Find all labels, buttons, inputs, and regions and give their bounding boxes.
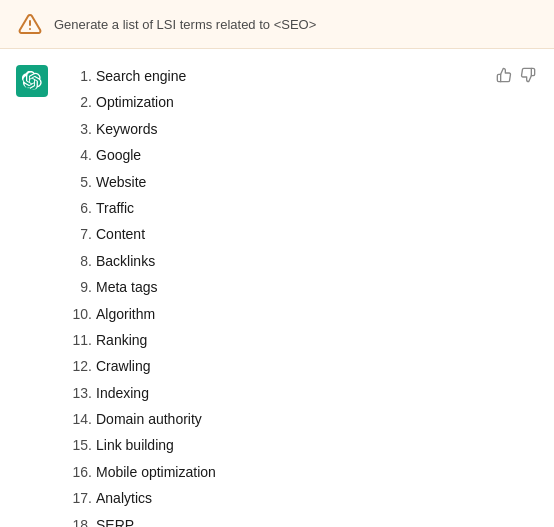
- list-item-text: Content: [96, 223, 145, 245]
- list-item-number: 10.: [60, 303, 92, 325]
- list-item-text: Algorithm: [96, 303, 155, 325]
- action-buttons: [494, 65, 538, 85]
- list-item: 13.Indexing: [60, 382, 538, 404]
- list-item-text: Link building: [96, 434, 174, 456]
- list-item-number: 7.: [60, 223, 92, 245]
- message-content: 1.Search engine2.Optimization3.Keywords4…: [60, 65, 538, 527]
- lsi-terms-list: 1.Search engine2.Optimization3.Keywords4…: [60, 65, 538, 527]
- list-item-number: 12.: [60, 355, 92, 377]
- list-item-number: 11.: [60, 329, 92, 351]
- list-item-text: Indexing: [96, 382, 149, 404]
- list-item-number: 18.: [60, 514, 92, 527]
- list-item-number: 2.: [60, 91, 92, 113]
- list-item-number: 5.: [60, 171, 92, 193]
- list-item-number: 4.: [60, 144, 92, 166]
- chatgpt-avatar: [16, 65, 48, 97]
- list-item-text: Optimization: [96, 91, 174, 113]
- list-item: 12.Crawling: [60, 355, 538, 377]
- list-item: 14.Domain authority: [60, 408, 538, 430]
- list-item-text: Google: [96, 144, 141, 166]
- list-item-text: Keywords: [96, 118, 157, 140]
- list-item-number: 8.: [60, 250, 92, 272]
- list-item: 17.Analytics: [60, 487, 538, 509]
- list-item: 3.Keywords: [60, 118, 538, 140]
- list-item: 11.Ranking: [60, 329, 538, 351]
- list-item-number: 14.: [60, 408, 92, 430]
- list-item-number: 17.: [60, 487, 92, 509]
- thumbs-up-button[interactable]: [494, 65, 514, 85]
- list-item-text: Backlinks: [96, 250, 155, 272]
- list-item-text: Mobile optimization: [96, 461, 216, 483]
- list-item-number: 1.: [60, 65, 92, 87]
- list-item: 7.Content: [60, 223, 538, 245]
- list-item-text: SERP: [96, 514, 134, 527]
- list-item-text: Meta tags: [96, 276, 157, 298]
- list-item: 9.Meta tags: [60, 276, 538, 298]
- list-item: 1.Search engine: [60, 65, 538, 87]
- list-item: 5.Website: [60, 171, 538, 193]
- list-item-text: Website: [96, 171, 146, 193]
- header-prompt-text: Generate a list of LSI terms related to …: [54, 17, 316, 32]
- list-item: 6.Traffic: [60, 197, 538, 219]
- list-item-number: 3.: [60, 118, 92, 140]
- list-item-number: 13.: [60, 382, 92, 404]
- list-item-text: Crawling: [96, 355, 150, 377]
- thumbs-down-button[interactable]: [518, 65, 538, 85]
- list-item: 15.Link building: [60, 434, 538, 456]
- list-item: 2.Optimization: [60, 91, 538, 113]
- list-item-number: 16.: [60, 461, 92, 483]
- list-item-text: Domain authority: [96, 408, 202, 430]
- list-item-text: Traffic: [96, 197, 134, 219]
- list-item-number: 6.: [60, 197, 92, 219]
- list-item: 10.Algorithm: [60, 303, 538, 325]
- list-item: 16.Mobile optimization: [60, 461, 538, 483]
- list-item: 18.SERP: [60, 514, 538, 527]
- list-item-text: Analytics: [96, 487, 152, 509]
- warning-icon: [16, 10, 44, 38]
- list-item-number: 9.: [60, 276, 92, 298]
- list-item: 8.Backlinks: [60, 250, 538, 272]
- list-item: 4.Google: [60, 144, 538, 166]
- list-item-text: Ranking: [96, 329, 147, 351]
- header-bar: Generate a list of LSI terms related to …: [0, 0, 554, 49]
- list-item-text: Search engine: [96, 65, 186, 87]
- list-item-number: 15.: [60, 434, 92, 456]
- chat-area: 1.Search engine2.Optimization3.Keywords4…: [0, 49, 554, 527]
